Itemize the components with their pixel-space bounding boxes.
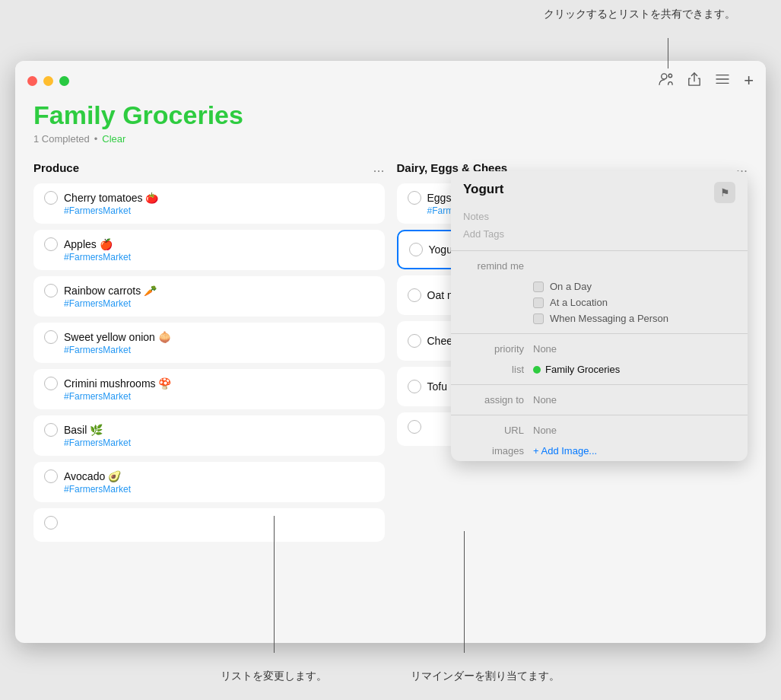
popup-header: Yogurt ⚑ xyxy=(451,171,748,208)
assign-label: assign to xyxy=(463,394,524,406)
remind-me-row: remind me xyxy=(451,256,748,276)
list-item: Avocado 🥑 #FarmersMarket xyxy=(33,462,385,502)
item-checkbox[interactable] xyxy=(408,334,421,348)
item-name: Basil 🌿 xyxy=(64,424,103,436)
detail-popup: Yogurt ⚑ Notes Add Tags remind me On a D… xyxy=(451,171,748,461)
item-tag[interactable]: #FarmersMarket xyxy=(64,205,374,216)
item-name: Crimini mushrooms 🍄 xyxy=(64,377,171,390)
top-annotation-line xyxy=(668,38,668,68)
clear-button[interactable]: Clear xyxy=(102,133,125,145)
completed-count: 1 Completed xyxy=(33,133,90,145)
app-window: + Family Groceries 1 Completed • Clear P… xyxy=(15,61,766,643)
list-icon[interactable] xyxy=(715,73,730,89)
list-item: Sweet yellow onion 🧅 #FarmersMarket xyxy=(33,323,385,363)
url-value[interactable]: None xyxy=(533,425,557,436)
close-button[interactable] xyxy=(27,76,37,86)
flag-button[interactable]: ⚑ xyxy=(714,182,735,203)
images-row: images + Add Image... xyxy=(451,441,748,461)
minimize-button[interactable] xyxy=(43,76,53,86)
messaging-label: When Messaging a Person xyxy=(550,313,668,324)
item-name: Sweet yellow onion 🧅 xyxy=(64,331,171,343)
url-row: URL None xyxy=(451,420,748,441)
item-checkbox[interactable] xyxy=(408,191,421,205)
titlebar: + xyxy=(15,61,766,100)
item-checkbox[interactable] xyxy=(44,469,58,483)
item-checkbox[interactable] xyxy=(408,380,421,393)
item-tag[interactable]: #FarmersMarket xyxy=(64,391,374,402)
item-checkbox[interactable] xyxy=(44,191,58,205)
item-checkbox[interactable] xyxy=(44,330,58,344)
popup-tags[interactable]: Add Tags xyxy=(451,225,748,246)
item-name: Avocado 🥑 xyxy=(64,470,121,482)
item-name: Rainbow carrots 🥕 xyxy=(64,285,157,297)
messaging-checkbox[interactable] xyxy=(533,313,544,324)
popup-notes[interactable]: Notes xyxy=(451,208,748,225)
list-label: list xyxy=(463,364,524,375)
add-item-checkbox[interactable] xyxy=(44,516,58,530)
item-tag[interactable]: #FarmersMarket xyxy=(64,252,374,262)
list-item: Basil 🌿 #FarmersMarket xyxy=(33,415,385,456)
share-icon[interactable] xyxy=(687,72,701,91)
on-day-checkbox[interactable] xyxy=(533,282,544,292)
bottom-line-left xyxy=(274,516,275,653)
add-item-checkbox[interactable] xyxy=(408,420,421,434)
plus-icon[interactable]: + xyxy=(744,71,754,91)
popup-divider-4 xyxy=(451,415,748,415)
item-name: Tofu xyxy=(427,380,447,393)
list-row: list Family Groceries xyxy=(451,359,748,380)
subtitle-separator: • xyxy=(94,133,98,145)
popup-title: Yogurt xyxy=(463,182,504,197)
item-checkbox[interactable] xyxy=(44,377,58,390)
person-share-icon[interactable] xyxy=(659,72,674,90)
item-checkbox[interactable] xyxy=(409,243,423,256)
item-name: Apples 🍎 xyxy=(64,238,113,250)
toggle-options: On a Day At a Location When Messaging a … xyxy=(451,276,748,329)
assign-value[interactable]: None xyxy=(533,394,557,406)
at-location-label: At a Location xyxy=(550,297,608,308)
priority-row: priority None xyxy=(451,339,748,359)
item-tag[interactable]: #FarmersMarket xyxy=(64,438,374,448)
images-label: images xyxy=(463,445,524,457)
item-checkbox[interactable] xyxy=(44,284,58,298)
toggle-on-day[interactable]: On a Day xyxy=(533,281,735,292)
top-annotation: クリックするとリストを共有できます。 xyxy=(544,8,735,21)
add-image-button[interactable]: + Add Image... xyxy=(533,445,597,457)
assign-row: assign to None xyxy=(451,390,748,410)
item-checkbox[interactable] xyxy=(44,423,58,437)
priority-label: priority xyxy=(463,343,524,355)
toggle-at-location[interactable]: At a Location xyxy=(533,297,735,308)
produce-column-title: Produce xyxy=(33,161,79,174)
list-item: Apples 🍎 #FarmersMarket xyxy=(33,230,385,270)
item-tag[interactable]: #FarmersMarket xyxy=(64,484,374,495)
produce-column: Produce ... Cherry tomatoes 🍅 #FarmersMa… xyxy=(33,160,385,548)
at-location-checkbox[interactable] xyxy=(533,298,544,308)
produce-column-header: Produce ... xyxy=(33,160,385,176)
svg-point-1 xyxy=(668,74,672,78)
bottom-annotation-left: リストを変更します。 xyxy=(221,670,327,683)
item-checkbox[interactable] xyxy=(44,237,58,251)
on-day-label: On a Day xyxy=(550,281,592,292)
svg-point-0 xyxy=(662,73,667,78)
produce-column-menu[interactable]: ... xyxy=(373,160,384,176)
list-value[interactable]: Family Groceries xyxy=(533,364,620,375)
priority-value[interactable]: None xyxy=(533,343,557,355)
item-name: Cherry tomatoes 🍅 xyxy=(64,192,158,204)
app-title: Family Groceries xyxy=(33,100,748,130)
popup-divider-3 xyxy=(451,384,748,385)
remind-me-label: remind me xyxy=(463,260,524,272)
item-tag[interactable]: #FarmersMarket xyxy=(64,345,374,355)
add-item-produce[interactable] xyxy=(33,508,385,542)
url-label: URL xyxy=(463,425,524,436)
popup-divider-2 xyxy=(451,333,748,334)
subtitle: 1 Completed • Clear xyxy=(33,133,748,145)
traffic-lights xyxy=(27,76,69,86)
bottom-line-right xyxy=(464,531,465,653)
toggle-messaging[interactable]: When Messaging a Person xyxy=(533,313,735,324)
maximize-button[interactable] xyxy=(59,76,69,86)
item-tag[interactable]: #FarmersMarket xyxy=(64,298,374,309)
item-checkbox[interactable] xyxy=(408,288,421,302)
green-dot-icon xyxy=(533,366,541,374)
list-item: Cherry tomatoes 🍅 #FarmersMarket xyxy=(33,183,385,224)
popup-divider xyxy=(451,250,748,251)
list-item: Crimini mushrooms 🍄 #FarmersMarket xyxy=(33,369,385,409)
